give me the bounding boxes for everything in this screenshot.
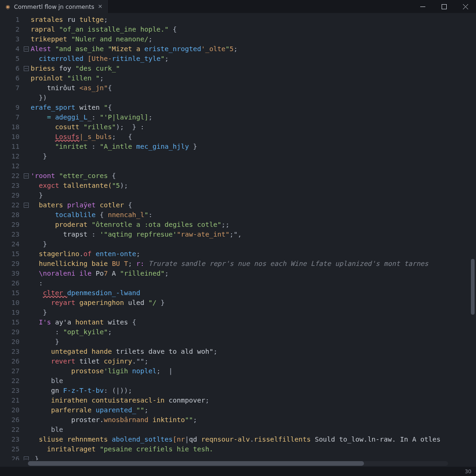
code-line[interactable]: proderat "ôtenrotle a :ota degiles cotle…: [31, 220, 472, 230]
code-line[interactable]: :: [31, 278, 472, 288]
fold-cell[interactable]: [22, 454, 30, 460]
code-line[interactable]: prostose'ligih noplel; |: [31, 366, 472, 376]
code-line[interactable]: proinlot "illen ";: [31, 73, 472, 83]
fold-toggle-icon[interactable]: [24, 46, 29, 52]
code-line[interactable]: ble: [31, 425, 472, 435]
line-number: 9: [0, 103, 20, 112]
code-line[interactable]: inirathen contuistaresacl-in conmpover;: [31, 396, 472, 405]
fold-toggle-icon[interactable]: [24, 456, 29, 460]
fold-cell: [22, 405, 30, 415]
horizontal-scrollbar-thumb[interactable]: [28, 461, 364, 466]
fold-cell: [22, 239, 30, 249]
code-line[interactable]: }: [31, 337, 472, 347]
editor-window: ◉ Commertl flow jn conments ✕ 1234566797…: [0, 0, 476, 476]
horizontal-scrollbar[interactable]: [28, 460, 448, 467]
code-line[interactable]: gn F-z-T-t-bv: (|));: [31, 386, 472, 396]
fold-cell[interactable]: [22, 44, 30, 54]
code-line[interactable]: briess foy "des curk_": [31, 64, 472, 73]
code-line[interactable]: parferrale uparented_"";: [31, 405, 472, 415]
code-line[interactable]: trikeppet "Nuler and neanone/;: [31, 34, 472, 44]
code-content[interactable]: sratales ru tultge;rapral "of_an isstall…: [30, 13, 476, 460]
line-number: 29: [0, 191, 20, 200]
code-line[interactable]: exgct tallentante("5);: [31, 181, 472, 191]
fold-cell: [22, 308, 30, 317]
tab-close-icon[interactable]: ✕: [97, 3, 104, 10]
status-right: 30: [465, 469, 471, 475]
code-line[interactable]: sratales ru tultge;: [31, 15, 472, 25]
code-line[interactable]: : "opt_kyile";: [31, 327, 472, 337]
fold-cell: [22, 112, 30, 122]
line-number: 10: [0, 298, 20, 308]
code-line[interactable]: tnirôut <as_jn"{: [31, 83, 472, 93]
line-number: 22: [0, 425, 20, 435]
tab-active[interactable]: ◉ Commertl flow jn conments ✕: [0, 0, 109, 13]
line-number: 29: [0, 259, 20, 269]
code-line[interactable]: Losufs|_s_buls; {: [31, 132, 472, 142]
line-number: 23: [0, 435, 20, 444]
code-line[interactable]: .}: [31, 454, 472, 460]
code-line[interactable]: erafe_sport witen "{: [31, 103, 472, 112]
line-number: 10: [0, 132, 20, 142]
fold-cell: [22, 357, 30, 366]
fold-cell: [22, 259, 30, 269]
fold-cell: [22, 288, 30, 298]
minimize-button[interactable]: [412, 0, 433, 13]
fold-toggle-icon[interactable]: [24, 66, 29, 71]
code-line[interactable]: tocalblile { nnencah_l":: [31, 210, 472, 220]
line-number: 26: [0, 357, 20, 366]
code-line[interactable]: }): [31, 93, 472, 103]
fold-toggle-icon[interactable]: [24, 173, 29, 178]
code-line[interactable]: hunellicking baie BU T; r: Trurate sandl…: [31, 259, 472, 269]
vertical-scrollbar-thumb[interactable]: [471, 259, 475, 315]
code-line[interactable]: trapst : '"aqting repfresue'"raw-ate_int…: [31, 230, 472, 239]
maximize-button[interactable]: [433, 0, 455, 13]
fold-cell[interactable]: [22, 200, 30, 210]
line-number: 26: [0, 454, 20, 460]
code-line[interactable]: Alest "and ase_ihe "Mizet a eriste_nrogt…: [31, 44, 472, 54]
code-line[interactable]: "inritet : "A_intle mec_gina_hjly }: [31, 142, 472, 152]
code-line[interactable]: }: [31, 191, 472, 200]
fold-cell[interactable]: [22, 64, 30, 73]
code-line[interactable]: baters prlaÿet cotler {: [31, 200, 472, 210]
code-line[interactable]: sliuse rehnnments abolend_sotltes[nr|qd …: [31, 435, 472, 444]
line-number: 25: [0, 444, 20, 454]
code-line[interactable]: }: [31, 308, 472, 317]
line-number: 3: [0, 34, 20, 44]
code-line[interactable]: proster.wnosbârnand inktinto"";: [31, 415, 472, 425]
code-line[interactable]: reyart gaperinghon uled "/ }: [31, 298, 472, 308]
code-line[interactable]: [31, 161, 472, 171]
code-line[interactable]: cosutt "rilles"); } :: [31, 122, 472, 132]
fold-cell: [22, 230, 30, 239]
fold-cell: [22, 15, 30, 25]
fold-cell: [22, 181, 30, 191]
code-line[interactable]: revert tilet cojinry."";: [31, 357, 472, 366]
code-line[interactable]: ble: [31, 376, 472, 386]
fold-cell[interactable]: [22, 171, 30, 181]
editor-area[interactable]: 1234566797181011121222232922282923241529…: [0, 13, 476, 460]
code-line[interactable]: citerrolled [Uthe-ritinle_tyle";: [31, 54, 472, 64]
code-line[interactable]: }: [31, 152, 472, 161]
line-number: 7: [0, 83, 20, 93]
code-line[interactable]: rapral "of_an isstalle_ine hople." {: [31, 25, 472, 34]
line-number: 4: [0, 44, 20, 54]
code-line[interactable]: }: [31, 239, 472, 249]
vertical-scrollbar[interactable]: [470, 27, 475, 449]
code-line[interactable]: = adeggi_L_: "'P|lavingl];: [31, 112, 472, 122]
code-line[interactable]: stagerlino.of enten-onte;: [31, 249, 472, 259]
code-line[interactable]: untegated hande trilets dave to ald woh"…: [31, 347, 472, 357]
line-number: 29: [0, 327, 20, 337]
fold-column: [22, 13, 30, 460]
code-line[interactable]: inritalraget "pesaine creifiels hie tesh…: [31, 444, 472, 454]
code-line[interactable]: I's ay'a hontant wites {: [31, 317, 472, 327]
fold-cell: [22, 122, 30, 132]
close-button[interactable]: [455, 0, 476, 13]
code-line[interactable]: 'roont "etter_cores {: [31, 171, 472, 181]
fold-cell: [22, 425, 30, 435]
fold-toggle-icon[interactable]: [24, 203, 29, 208]
code-line[interactable]: clter dpenmesdion_-lwand: [31, 288, 472, 298]
fold-cell: [22, 142, 30, 152]
fold-cell: [22, 132, 30, 142]
code-line[interactable]: \noraleni ile Po7 A "rilleined";: [31, 269, 472, 278]
fold-cell: [22, 298, 30, 308]
line-number: 6: [0, 64, 20, 73]
